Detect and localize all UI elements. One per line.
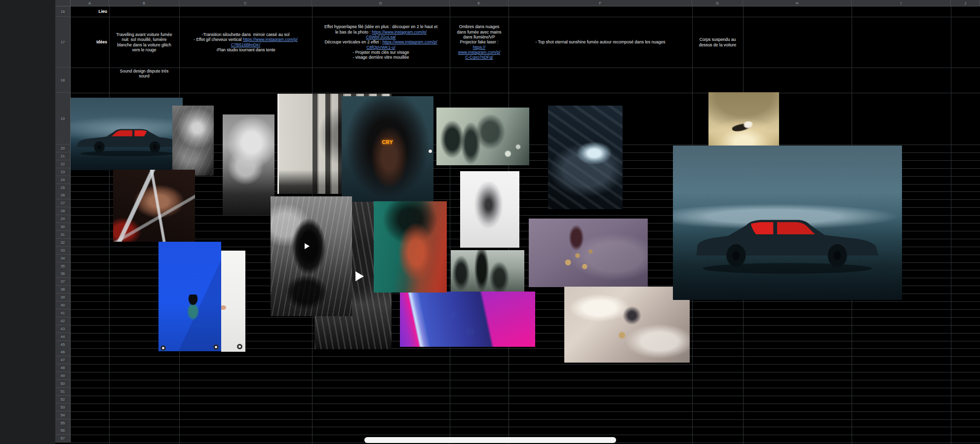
column-header-F[interactable]: F [509, 0, 692, 6]
cell-text: Lieu [73, 9, 107, 14]
cell-E17[interactable]: Ombres dans nuages dans fumée avec mains… [450, 17, 508, 67]
row-header-19[interactable]: 19 [55, 93, 71, 145]
cell-B17[interactable]: Travelling avant voiture fumée nuit sol … [110, 17, 179, 67]
play-icon[interactable] [305, 243, 310, 249]
image-cry-woman[interactable]: CRY [342, 96, 433, 202]
cell-text-run: Ombres dans nuages dans fumée avec mains… [457, 24, 502, 44]
row-header-31[interactable]: 31 [55, 231, 71, 239]
image-blonde-woman-bw[interactable] [223, 114, 274, 215]
white-dot-marker [429, 149, 432, 153]
row-header-55[interactable]: 55 [55, 419, 71, 427]
cell-G17[interactable]: Corps suspendu au dessus de la voiture [693, 17, 743, 67]
row-header-53[interactable]: 53 [55, 404, 71, 411]
column-header-B[interactable]: B [109, 0, 179, 6]
row-header-38[interactable]: 38 [55, 286, 71, 294]
row-gridline [71, 388, 980, 388]
car-silhouette [74, 116, 179, 158]
row-header-18[interactable]: 18 [55, 68, 71, 93]
image-drummer-topdown[interactable] [529, 219, 648, 287]
cell-B18[interactable]: Sound design dispute très sourd [110, 68, 179, 92]
image-foggy-topdown[interactable] [564, 287, 690, 363]
cell-text-run: - Projeter mots clés sur visage - visage… [353, 50, 409, 60]
column-header-D[interactable]: D [312, 0, 450, 6]
row-header-40[interactable]: 40 [55, 301, 71, 309]
row-header-32[interactable]: 32 [55, 239, 71, 247]
row-header-45[interactable]: 45 [55, 341, 71, 349]
row-header-57[interactable]: 57 [55, 435, 71, 443]
image-shadow-hands-wall[interactable] [436, 108, 529, 165]
row-header-27[interactable]: 27 [55, 199, 71, 207]
row-header-29[interactable]: 29 [55, 215, 71, 223]
row-header-36[interactable]: 36 [55, 270, 71, 278]
row-header-43[interactable]: 43 [55, 325, 71, 333]
row-header-35[interactable]: 35 [55, 262, 71, 270]
row-header-33[interactable]: 33 [55, 247, 71, 255]
row-header-28[interactable]: 28 [55, 207, 71, 215]
image-white-ghost[interactable] [460, 171, 519, 248]
column-header-C[interactable]: C [179, 0, 312, 6]
row-header-44[interactable]: 44 [55, 333, 71, 341]
cell-link[interactable]: https://www.instagram.com/p/ C6WbFJGoLsa… [366, 30, 427, 39]
row-header-42[interactable]: 42 [55, 317, 71, 325]
row-header-52[interactable]: 52 [55, 396, 71, 404]
row-gridline [71, 427, 980, 427]
image-car-fog-left[interactable] [71, 98, 183, 170]
row-header-46[interactable]: 46 [55, 348, 71, 356]
sheet-corner-box[interactable] [55, 0, 71, 6]
row-header-30[interactable]: 30 [55, 223, 71, 231]
column-header-E[interactable]: E [450, 0, 509, 6]
cell-D17[interactable]: Effet hypoerlapse filé (idée en plus : d… [313, 17, 449, 67]
column-header-I[interactable]: I [852, 0, 951, 6]
play-icon[interactable] [355, 271, 364, 281]
column-header-H[interactable]: H [743, 0, 852, 6]
row-header-34[interactable]: 34 [55, 255, 71, 262]
cell-A16[interactable]: Lieu [71, 7, 109, 16]
column-header-A[interactable]: A [71, 0, 109, 6]
row-header-21[interactable]: 21 [55, 152, 71, 160]
cry-glow-text: CRY [382, 140, 393, 145]
image-white-panel[interactable] [221, 251, 245, 352]
image-hands-glass[interactable] [451, 250, 524, 292]
page-left-margin [0, 0, 55, 444]
column-header-G[interactable]: G [692, 0, 743, 6]
row-header-23[interactable]: 23 [55, 168, 71, 176]
row-header-17[interactable]: 17 [55, 17, 71, 68]
tag-badge-icon[interactable] [213, 344, 219, 350]
cell-C17[interactable]: -Transition silouhette dans mirroir cass… [180, 17, 312, 67]
row-header-50[interactable]: 50 [55, 380, 71, 388]
image-shattered-mirror-color[interactable] [113, 170, 195, 242]
row-header-54[interactable]: 54 [55, 411, 71, 419]
cell-A17[interactable]: Idées [71, 17, 109, 67]
row-header-51[interactable]: 51 [55, 388, 71, 396]
row-header-24[interactable]: 24 [55, 176, 71, 184]
row-header-47[interactable]: 47 [55, 356, 71, 364]
image-blurry-walker[interactable] [271, 196, 352, 316]
row-header-22[interactable]: 22 [55, 160, 71, 168]
row-header-41[interactable]: 41 [55, 309, 71, 317]
image-shattered-face-bw[interactable] [172, 106, 214, 176]
row-header-16[interactable]: 16 [55, 6, 71, 17]
image-blue-room[interactable] [158, 242, 221, 351]
cell-link[interactable]: https:// www.instagram.com/p/ C-Cqxo7sDF… [458, 45, 501, 60]
cell-F17[interactable]: - Top shot eternal sunshine fumée autour… [509, 17, 692, 67]
row-header-20[interactable]: 20 [55, 145, 71, 152]
row-header-37[interactable]: 37 [55, 278, 71, 286]
image-flashlight-scene[interactable] [548, 106, 623, 209]
row-header-49[interactable]: 49 [55, 372, 71, 380]
tag-badge-icon[interactable] [237, 344, 242, 349]
row-header-26[interactable]: 26 [55, 191, 71, 199]
row-header-39[interactable]: 39 [55, 294, 71, 301]
row-header-56[interactable]: 56 [55, 427, 71, 435]
image-red-teal-woman[interactable] [374, 201, 447, 293]
cell-text: Corps suspendu au dessus de la voiture [694, 37, 741, 47]
row-gridline [71, 93, 980, 93]
row-header-25[interactable]: 25 [55, 184, 71, 192]
horizontal-scrollbar-thumb[interactable] [364, 437, 616, 443]
image-planet-gradient[interactable] [400, 292, 535, 347]
column-header-J[interactable]: J [951, 0, 980, 6]
image-big-car-right[interactable] [673, 146, 902, 300]
cell-text-run: Lieu [99, 9, 107, 14]
tag-badge-icon[interactable] [160, 345, 166, 351]
column-gridline [450, 6, 450, 444]
row-header-48[interactable]: 48 [55, 364, 71, 372]
